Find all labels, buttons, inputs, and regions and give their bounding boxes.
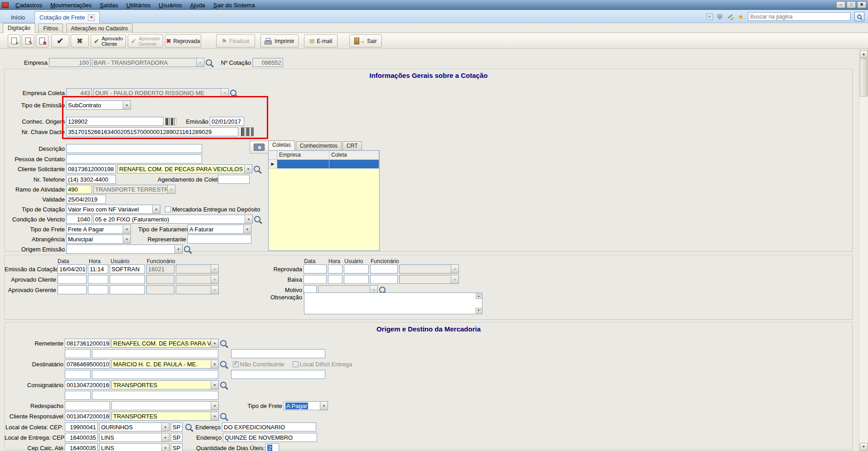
destinatario-extra-field-1[interactable] [65,370,91,379]
empresa-coleta-combo[interactable]: OUR - PAULO ROBERTO RISSONIO ME▼ [93,88,229,97]
destinatario-combo[interactable]: MARCIO H. C. DE PAULA - ME.▼ [111,360,219,369]
origem-emissao-lookup-icon[interactable] [184,246,190,252]
scrollbar-thumb[interactable] [860,58,868,96]
sair-button[interactable]: → Sair [349,34,382,48]
tipo-frete-combo[interactable]: Frete A Pagar▼ [66,225,131,234]
chevron-down-icon[interactable]: ▼ [167,185,175,193]
consignatario-extra-field-1[interactable] [65,391,91,400]
close-button[interactable]: ✖ [857,1,866,8]
cliente-solicitante-code-field[interactable]: 08173612000198 [66,164,116,173]
entrega-endereco-field[interactable]: QUINZE DE NOVEMBRO [223,433,317,442]
baixa-data-field[interactable] [304,275,327,284]
chevron-down-icon[interactable]: ▼ [451,265,458,273]
aprovado-gerente-hora-field[interactable] [88,285,108,294]
emissao-data-field[interactable]: 16/04/2019 [58,264,87,273]
scroll-down-button[interactable]: ▼ [860,443,868,451]
column-empresa[interactable]: Empresa [277,151,329,160]
remetente-extra-field-1[interactable] [65,349,91,358]
cliente-solicitante-lookup-icon[interactable] [254,166,260,172]
consignatario-lookup-icon[interactable] [220,382,227,388]
baixa-funcionario-combo[interactable]: ▼ [399,275,459,284]
tipo-cotacao-combo[interactable]: Valor Fixo com NF Variável▼ [66,205,160,214]
photo-button[interactable] [250,141,269,154]
new-button[interactable]: + [8,34,20,48]
redespacho-combo[interactable]: ▼ [111,401,219,410]
chevron-down-icon[interactable]: ▼ [211,265,218,273]
reprovada-button[interactable]: ✖ Reprovada [165,34,201,48]
aprovado-gerente-button[interactable]: ✔ AprovadoGerente [128,34,163,48]
aprovado-cliente-funcionario-field[interactable] [146,275,174,284]
empresa-coleta-lookup-icon[interactable] [230,90,236,96]
scroll-up-icon[interactable]: ▲ [476,293,482,299]
tab-crt[interactable]: CRT [342,141,362,150]
search-input[interactable] [748,12,850,21]
remetente-combo[interactable]: RENAFEL COM. DE PECAS PARA VEICULOS▼ [111,339,219,348]
menu-movimentacoes[interactable]: Movimentações [46,1,96,10]
empresa-coleta-code-field[interactable]: 443 [66,88,92,97]
coleta-cep-lookup-icon[interactable] [185,424,192,430]
tools-icon[interactable] [727,13,734,20]
consignatario-extra-field-2[interactable] [92,391,218,400]
agendamento-field[interactable] [218,175,250,184]
emissao-funcionario-combo[interactable]: ▼ [176,264,219,273]
empresa-combo[interactable]: BAR - TRANSPORTADORA▼ [92,58,204,67]
consignatario-code-field[interactable]: 00130472000169 [65,380,110,389]
subtab-filtros[interactable]: Filtros [38,24,63,33]
descricao-field[interactable] [66,144,202,153]
telefone-field[interactable]: (14) 3302-4400 [66,175,116,184]
imprimir-button[interactable]: Imprimir [260,34,299,48]
baixa-usuario-field[interactable] [344,275,369,284]
chevron-down-icon[interactable]: ▼ [320,402,328,410]
delete-button[interactable]: ✖ [36,34,48,48]
chevron-down-icon[interactable]: ▼ [174,245,182,253]
chevron-down-icon[interactable]: ▼ [161,433,169,441]
consignatario-combo[interactable]: TRANSPORTES▼ [111,380,219,389]
aprovado-cliente-usuario-field[interactable] [110,275,145,284]
redespacho-code-field[interactable] [65,401,110,410]
emissao-hora-field[interactable]: 11:14 [88,264,108,273]
destinatario-extra-field-3[interactable] [231,370,325,379]
chevron-down-icon[interactable]: ▼ [211,286,218,294]
conhec-origem-field[interactable]: 128902 [66,117,164,126]
entrega-uf-field[interactable]: SP [171,433,183,442]
tab-inicio[interactable]: Início [5,13,30,22]
email-button[interactable]: ✉ E-mail [304,34,338,48]
motivo-lookup-icon[interactable] [379,287,386,293]
finalizar-button[interactable]: ⚑ Finalizar [216,34,255,48]
remetente-code-field[interactable]: 08173612000198 [65,339,110,348]
maximize-button[interactable]: □ [847,1,856,8]
remetente-extra-field-3[interactable] [231,349,325,358]
destinatario-code-field[interactable]: 07864695000107 [65,360,110,369]
tipo-emissao-combo[interactable]: SubContrato▼ [66,101,131,110]
subtab-alteracoes[interactable]: Alterações no Cadastro [66,24,133,33]
chevron-down-icon[interactable]: ▼ [244,165,252,173]
chevron-down-icon[interactable]: ▼ [196,58,204,67]
aprovado-cliente-button[interactable]: ✔ AprovadoCliente [91,34,126,48]
remetente-lookup-icon[interactable] [220,340,227,346]
chevron-down-icon[interactable]: ▼ [211,381,218,389]
baixa-funcionario-field[interactable] [370,275,398,284]
emissao-funcionario-field[interactable]: 16021 [146,264,174,273]
aprovado-cliente-data-field[interactable] [58,275,87,284]
chevron-down-icon[interactable]: ▼ [451,275,458,283]
shield-icon[interactable] [717,14,723,20]
vertical-scrollbar[interactable]: ▲ ▼ [859,50,868,451]
coleta-cep-field[interactable]: 19900041 [65,422,98,432]
chevron-down-icon[interactable]: ▼ [211,412,218,420]
aprovado-gerente-funcionario-combo[interactable]: ▼ [176,285,219,294]
coletas-grid-selected-row[interactable]: ▶ [269,160,379,168]
tab-close-icon[interactable]: ✖ [88,14,95,21]
tab-cotacao-de-frete[interactable]: Cotação de Frete ✖ [34,11,100,23]
panels-icon[interactable]: « [706,14,713,20]
cancel-button[interactable]: ✖ [71,34,89,48]
aprovado-gerente-data-field[interactable] [58,285,87,294]
cliente-responsavel-lookup-icon[interactable] [220,413,227,419]
chevron-down-icon[interactable]: ▼ [243,225,251,233]
chevron-down-icon[interactable]: ▼ [161,423,169,431]
scroll-up-button[interactable]: ▲ [860,50,868,58]
confirm-button[interactable]: ✔ [51,34,69,48]
menu-usuarios[interactable]: Usuários [154,1,186,10]
aprovado-gerente-funcionario-field[interactable] [146,285,174,294]
cliente-responsavel-code-field[interactable]: 00130472000169 [65,412,110,421]
menu-saidas[interactable]: Saídas [96,1,122,10]
